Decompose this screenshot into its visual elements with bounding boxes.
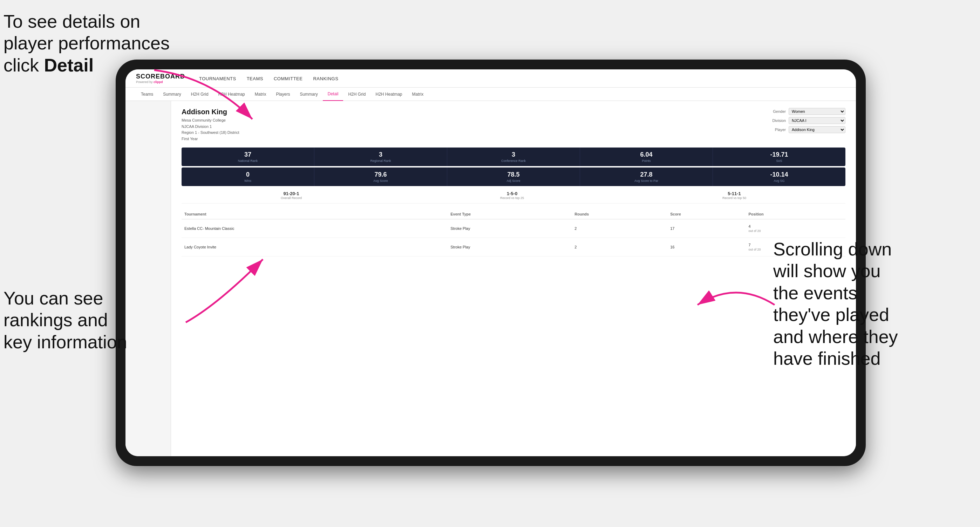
division-control: Division NJCAA I NJCAA II xyxy=(768,117,845,124)
tournament-name-1: Estella CC- Mountain Classic xyxy=(181,219,448,238)
gender-label: Gender xyxy=(768,110,786,114)
avg-sg-value: -10.14 xyxy=(716,171,843,178)
top25-record-label: Record vs top 25 xyxy=(500,196,524,200)
records-row: 91-20-1 Overall Record 1-5-0 Record vs t… xyxy=(181,187,845,203)
tablet-frame: SCOREBOARD Powered by clippd TOURNAMENTS… xyxy=(116,60,866,466)
score-2: 16 xyxy=(667,238,746,257)
col-tournament: Tournament xyxy=(181,209,448,219)
sos-label: SoS xyxy=(716,159,843,163)
col-position: Position xyxy=(746,209,845,219)
tab-matrix-team[interactable]: Matrix xyxy=(250,87,271,101)
table-row: Estella CC- Mountain Classic Stroke Play… xyxy=(181,219,845,238)
annotation-right: Scrolling down will show you the events … xyxy=(773,238,977,369)
overall-record-value: 91-20-1 xyxy=(281,191,302,196)
logo-subtitle: Powered by clippd xyxy=(136,80,185,84)
player-info: Addison King Mesa Community College NJCA… xyxy=(181,108,239,142)
regional-rank-label: Regional Rank xyxy=(317,159,444,163)
nav-item-tournaments[interactable]: TOURNAMENTS xyxy=(199,75,236,82)
tab-h2h-grid-player[interactable]: H2H Grid xyxy=(343,87,371,101)
avg-score-label: Avg Score xyxy=(317,179,444,183)
overall-record: 91-20-1 Overall Record xyxy=(281,191,302,200)
tab-h2h-heatmap-player[interactable]: H2H Heatmap xyxy=(371,87,407,101)
player-controls: Gender Women Men Division NJCAA I NJCAA … xyxy=(768,108,845,142)
main-navigation: TOURNAMENTS TEAMS COMMITTEE RANKINGS xyxy=(199,75,338,82)
stats-row-2: 0 Wins 79.6 Avg Score 78.5 Adj Score 27.… xyxy=(181,167,845,186)
national-rank-label: National Rank xyxy=(185,159,311,163)
col-event-type: Event Type xyxy=(448,209,572,219)
player-school: Mesa Community College xyxy=(181,117,239,124)
stat-avg-score: 79.6 Avg Score xyxy=(314,167,447,186)
player-name: Addison King xyxy=(181,108,239,116)
top25-record: 1-5-0 Record vs top 25 xyxy=(500,191,524,200)
rounds-2: 2 xyxy=(572,238,667,257)
position-1: 4 out of 20 xyxy=(746,219,845,238)
regional-rank-value: 3 xyxy=(317,151,444,159)
stat-avg-sg: -10.14 Avg SG xyxy=(713,167,845,186)
stat-points: 6.04 Points xyxy=(580,148,713,166)
sos-value: -19.71 xyxy=(716,151,843,159)
adj-score-value: 78.5 xyxy=(450,171,577,178)
nav-item-rankings[interactable]: RANKINGS xyxy=(313,75,338,82)
col-score: Score xyxy=(667,209,746,219)
main-content: Addison King Mesa Community College NJCA… xyxy=(171,101,856,456)
event-type-1: Stroke Play xyxy=(448,219,572,238)
stat-regional-rank: 3 Regional Rank xyxy=(314,148,447,166)
stats-row-1: 37 National Rank 3 Regional Rank 3 Confe… xyxy=(181,148,845,166)
stat-conference-rank: 3 Conference Rank xyxy=(447,148,580,166)
sub-navigation: Teams Summary H2H Grid H2H Heatmap Matri… xyxy=(126,87,856,101)
tab-summary-team[interactable]: Summary xyxy=(158,87,186,101)
stat-sos: -19.71 SoS xyxy=(713,148,845,166)
national-rank-value: 37 xyxy=(185,151,311,159)
tab-h2h-grid-team[interactable]: H2H Grid xyxy=(186,87,213,101)
tab-matrix-player[interactable]: Matrix xyxy=(407,87,429,101)
wins-label: Wins xyxy=(185,179,311,183)
score-1: 17 xyxy=(667,219,746,238)
top50-record: 5-11-1 Record vs top 50 xyxy=(722,191,746,200)
adj-score-label: Adj Score xyxy=(450,179,577,183)
top25-record-value: 1-5-0 xyxy=(500,191,524,196)
avg-score-to-par-label: Avg Score to Par xyxy=(583,179,710,183)
nav-item-teams[interactable]: TEAMS xyxy=(247,75,263,82)
avg-sg-label: Avg SG xyxy=(716,179,843,183)
division-label: Division xyxy=(768,118,786,123)
player-control: Player Addison King xyxy=(768,126,845,133)
avg-score-to-par-value: 27.8 xyxy=(583,171,710,178)
gender-select[interactable]: Women Men xyxy=(789,108,845,115)
content-area: Addison King Mesa Community College NJCA… xyxy=(126,101,856,456)
sidebar-panel xyxy=(126,101,171,456)
tournament-table: Tournament Event Type Rounds Score Posit… xyxy=(181,209,845,257)
tablet-screen: SCOREBOARD Powered by clippd TOURNAMENTS… xyxy=(126,69,856,456)
overall-record-label: Overall Record xyxy=(281,196,302,200)
stat-wins: 0 Wins xyxy=(181,167,314,186)
conference-rank-label: Conference Rank xyxy=(450,159,577,163)
wins-value: 0 xyxy=(185,171,311,178)
stat-adj-score: 78.5 Adj Score xyxy=(447,167,580,186)
tab-detail[interactable]: Detail xyxy=(323,87,344,101)
event-type-2: Stroke Play xyxy=(448,238,572,257)
tab-h2h-heatmap-team[interactable]: H2H Heatmap xyxy=(213,87,250,101)
points-label: Points xyxy=(583,159,710,163)
avg-score-value: 79.6 xyxy=(317,171,444,178)
stat-avg-score-to-par: 27.8 Avg Score to Par xyxy=(580,167,713,186)
tournament-name-2: Lady Coyote Invite xyxy=(181,238,448,257)
division-select[interactable]: NJCAA I NJCAA II xyxy=(789,117,845,124)
tab-players[interactable]: Players xyxy=(271,87,295,101)
stat-national-rank: 37 National Rank xyxy=(181,148,314,166)
player-header: Addison King Mesa Community College NJCA… xyxy=(181,108,845,142)
conference-rank-value: 3 xyxy=(450,151,577,159)
annotation-top-left: To see details on player performances cl… xyxy=(3,11,170,76)
gender-control: Gender Women Men xyxy=(768,108,845,115)
player-division: NJCAA Division 1 xyxy=(181,124,239,130)
nav-bar: SCOREBOARD Powered by clippd TOURNAMENTS… xyxy=(126,69,856,87)
nav-item-committee[interactable]: COMMITTEE xyxy=(274,75,303,82)
points-value: 6.04 xyxy=(583,151,710,159)
player-select[interactable]: Addison King xyxy=(789,126,845,133)
tab-summary-player[interactable]: Summary xyxy=(295,87,323,101)
col-rounds: Rounds xyxy=(572,209,667,219)
tab-teams[interactable]: Teams xyxy=(136,87,158,101)
top50-record-value: 5-11-1 xyxy=(722,191,746,196)
table-row: Lady Coyote Invite Stroke Play 2 16 7 ou… xyxy=(181,238,845,257)
player-year: First Year xyxy=(181,136,239,142)
annotation-bottom-left: You can see rankings and key information xyxy=(3,287,127,353)
top50-record-label: Record vs top 50 xyxy=(722,196,746,200)
